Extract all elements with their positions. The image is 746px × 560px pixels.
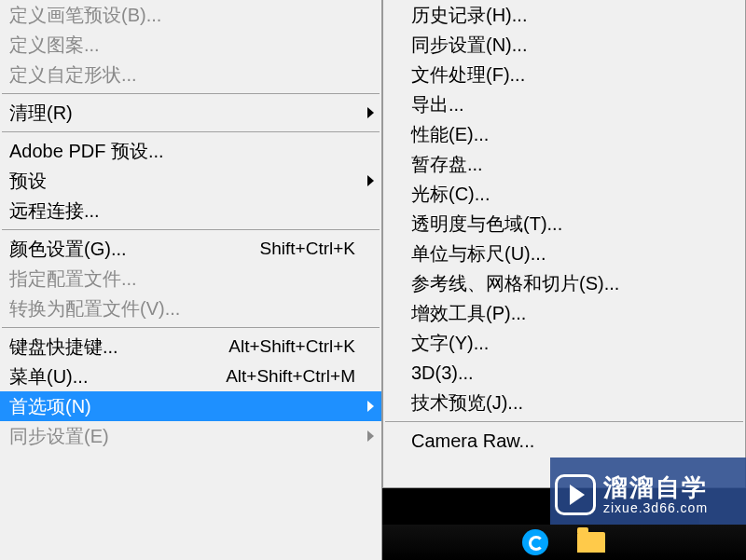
pref-units-rulers[interactable]: 单位与标尺(U)...	[383, 239, 745, 268]
menu-define-pattern: 定义图案...	[0, 30, 381, 60]
pref-type[interactable]: 文字(Y)...	[383, 328, 745, 358]
menu-define-shape: 定义自定形状...	[0, 60, 381, 89]
taskbar-app-icon[interactable]	[513, 526, 558, 558]
pref-performance[interactable]: 性能(E)...	[383, 119, 745, 149]
menu-keyboard-shortcuts[interactable]: 键盘快捷键...Alt+Shift+Ctrl+K	[0, 332, 381, 362]
pref-export[interactable]: 导出...	[383, 89, 745, 119]
pref-history[interactable]: 历史记录(H)...	[383, 0, 745, 30]
menu-adobe-pdf-presets[interactable]: Adobe PDF 预设...	[0, 136, 381, 166]
menu-assign-profile: 指定配置文件...	[0, 264, 381, 294]
circle-icon	[522, 529, 548, 555]
pref-file-handling[interactable]: 文件处理(F)...	[383, 60, 745, 89]
submenu-arrow-icon	[367, 107, 374, 118]
watermark-url: zixue.3d66.com	[603, 501, 708, 515]
menu-separator	[385, 421, 743, 422]
menu-separator	[2, 131, 380, 132]
pref-sync-settings[interactable]: 同步设置(N)...	[383, 30, 745, 60]
taskbar-explorer-icon[interactable]	[569, 526, 614, 558]
menu-menus[interactable]: 菜单(U)...Alt+Shift+Ctrl+M	[0, 362, 381, 391]
menu-color-settings[interactable]: 颜色设置(G)...Shift+Ctrl+K	[0, 234, 381, 264]
preferences-submenu: 历史记录(H)... 同步设置(N)... 文件处理(F)... 导出... 性…	[382, 0, 746, 488]
watermark-title: 溜溜自学	[603, 474, 708, 501]
pref-scratch-disks[interactable]: 暂存盘...	[383, 149, 745, 179]
submenu-arrow-icon	[367, 175, 374, 186]
menu-define-brush: 定义画笔预设(B)...	[0, 0, 381, 30]
menu-remote-connect[interactable]: 远程连接...	[0, 196, 381, 225]
menu-purge[interactable]: 清理(R)	[0, 98, 381, 128]
menu-preferences[interactable]: 首选项(N)	[0, 391, 381, 421]
watermark-badge: 溜溜自学 zixue.3d66.com	[550, 458, 746, 532]
edit-menu-panel: 定义画笔预设(B)... 定义图案... 定义自定形状... 清理(R) Ado…	[0, 0, 382, 560]
submenu-arrow-icon	[367, 401, 374, 412]
pref-tech-previews[interactable]: 技术预览(J)...	[383, 388, 745, 417]
shortcut-text: Alt+Shift+Ctrl+M	[226, 366, 355, 387]
pref-camera-raw[interactable]: Camera Raw...	[383, 426, 745, 456]
menu-separator	[2, 327, 380, 328]
play-icon	[555, 474, 596, 515]
menu-presets[interactable]: 预设	[0, 166, 381, 196]
taskbar	[382, 525, 746, 560]
pref-guides-grid-slices[interactable]: 参考线、网格和切片(S)...	[383, 268, 745, 298]
pref-3d[interactable]: 3D(3)...	[383, 358, 745, 388]
pref-plugins[interactable]: 增效工具(P)...	[383, 298, 745, 328]
menu-sync-settings: 同步设置(E)	[0, 421, 381, 451]
menu-separator	[2, 229, 380, 230]
menu-convert-profile: 转换为配置文件(V)...	[0, 294, 381, 323]
folder-icon	[577, 532, 605, 553]
submenu-arrow-icon	[367, 430, 374, 442]
pref-transparency-gamut[interactable]: 透明度与色域(T)...	[383, 209, 745, 239]
menu-separator	[2, 93, 380, 94]
shortcut-text: Shift+Ctrl+K	[260, 239, 355, 259]
pref-cursors[interactable]: 光标(C)...	[383, 179, 745, 209]
shortcut-text: Alt+Shift+Ctrl+K	[228, 336, 355, 357]
